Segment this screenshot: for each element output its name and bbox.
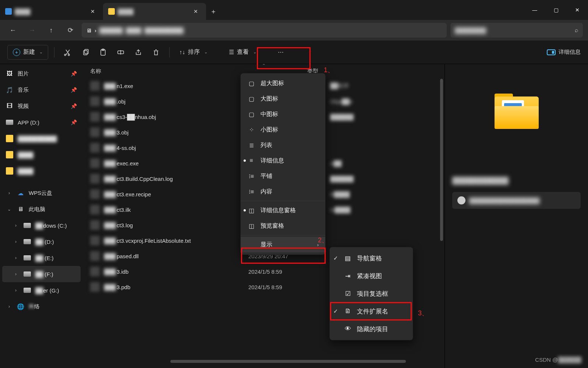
tab-1[interactable]: ████ ✕ xyxy=(0,3,103,20)
file-name-prefix: ███ xyxy=(104,269,116,275)
sidebar-item[interactable]: ████ xyxy=(2,163,81,179)
vertical-scrollbar[interactable] xyxy=(439,79,444,285)
file-name-prefix: ███ xyxy=(104,284,116,290)
search-box[interactable]: ████████ ⌕ xyxy=(450,23,583,38)
tab-2[interactable]: ████ ✕ xyxy=(103,3,206,20)
new-tab-button[interactable]: ＋ xyxy=(206,3,221,20)
menu-item[interactable]: ⁝≡ 平铺 xyxy=(241,168,325,184)
view-mode-icon: ⁝≡ xyxy=(247,188,255,195)
file-type: A██ xyxy=(330,160,378,167)
menu-item-show[interactable]: 显示 › xyxy=(241,237,325,252)
menu-item[interactable]: ⁘ 小图标 xyxy=(241,122,325,137)
view-mode-icon: ▢ xyxy=(247,111,255,118)
pane-icon: ◫ xyxy=(247,222,255,229)
view-button[interactable]: ☰ 查看 ⌄ xyxy=(225,45,260,60)
sidebar-item-music[interactable]: 🎵音乐📌 xyxy=(2,82,81,98)
pin-icon: 📌 xyxy=(71,103,77,109)
submenu-item[interactable]: 👁 隐藏的项目 xyxy=(330,320,413,338)
menu-label: 大图标 xyxy=(261,95,278,103)
maximize-button[interactable]: ▢ xyxy=(545,0,567,20)
chevron-down-icon: ⌄ xyxy=(39,50,43,55)
chevron-right-icon: › xyxy=(13,223,19,228)
collapse-icon[interactable]: ⌃ xyxy=(83,64,444,68)
tab-close-button[interactable]: ✕ xyxy=(191,6,201,17)
menu-item[interactable]: ▢ 大图标 xyxy=(241,91,325,106)
search-icon[interactable]: ⌕ xyxy=(575,27,578,34)
paste-button[interactable] xyxy=(96,45,110,60)
sidebar-item-wps-cloud[interactable]: ›☁WPS云盘 xyxy=(2,185,81,201)
rename-icon xyxy=(117,49,124,56)
sidebar-item-app-d[interactable]: APP (D:)📌 xyxy=(2,114,81,130)
sidebar-item[interactable]: ██████████ xyxy=(2,130,81,147)
file-name-prefix: ███ xyxy=(104,222,116,228)
menu-item[interactable]: ⁝≡ 内容 xyxy=(241,184,325,199)
folder-icon xyxy=(108,8,115,15)
delete-button[interactable] xyxy=(149,45,163,60)
sidebar-item-drive-f[interactable]: ›██ (F:) xyxy=(2,266,81,282)
menu-item[interactable]: ◫ 预览窗格 xyxy=(241,218,325,234)
chevron-down-icon: ⌄ xyxy=(204,50,208,55)
sidebar-item-drive-c[interactable]: ›██dows (C:) xyxy=(2,217,81,234)
sidebar-item-this-pc[interactable]: ⌄🖥此电脑 xyxy=(2,201,81,217)
sort-button[interactable]: ↑↓ 排序 ⌄ xyxy=(176,45,211,60)
drive-icon xyxy=(24,287,31,294)
sidebar-item-pictures[interactable]: 🖼图片📌 xyxy=(2,66,81,82)
minimize-button[interactable]: — xyxy=(524,0,545,20)
view-mode-icon: ▢ xyxy=(247,95,255,102)
option-icon: 🗎 xyxy=(344,308,352,315)
cut-button[interactable] xyxy=(60,45,75,60)
menu-item[interactable]: ▢ 中图标 xyxy=(241,106,325,122)
submenu-item[interactable]: ⇥ 紧凑视图 xyxy=(330,267,413,285)
close-window-button[interactable]: ✕ xyxy=(567,0,588,20)
tab-label: ████ xyxy=(118,8,188,15)
toolbar: + 新建 ⌄ ↑↓ 排序 ⌄ ☰ 查看 ⌄ ⋯ 详细信息 xyxy=(0,41,588,64)
breadcrumb-segment[interactable]: ██████████ xyxy=(144,27,183,34)
drive-icon xyxy=(24,222,31,229)
pin-icon: 📌 xyxy=(71,87,77,93)
drive-icon xyxy=(24,238,31,245)
details-toggle[interactable]: 详细信息 xyxy=(547,49,581,56)
more-button[interactable]: ⋯ xyxy=(274,45,287,60)
preview-property-row[interactable]: ██████████████████ xyxy=(452,192,581,209)
sidebar-item[interactable]: ████ xyxy=(2,147,81,163)
chevron-right-icon: › xyxy=(13,239,19,244)
submenu-item[interactable]: ✓🗎 文件扩展名 xyxy=(330,302,413,320)
file-name-suffix: pased.dll xyxy=(117,253,139,259)
menu-item[interactable]: ≣ 列表 xyxy=(241,137,325,153)
menu-item[interactable]: ◫ 详细信息窗格 xyxy=(241,203,325,218)
file-name-prefix: ███ xyxy=(104,238,116,244)
sidebar-item-drive-e[interactable]: ›██ (E:) xyxy=(2,250,81,266)
breadcrumb-segment[interactable]: ██████ xyxy=(99,27,123,34)
tab-close-button[interactable]: ✕ xyxy=(88,6,98,17)
sidebar-item-drive-g[interactable]: ›██er (G:) xyxy=(2,282,81,298)
new-button[interactable]: + 新建 ⌄ xyxy=(7,45,48,60)
details-pane: ████████████ ██████████████████ xyxy=(444,64,588,368)
menu-item[interactable]: ≡ 详细信息 xyxy=(241,153,325,168)
column-name[interactable]: 名称 xyxy=(90,68,230,75)
paste-icon xyxy=(99,49,107,56)
rename-button[interactable] xyxy=(113,45,128,60)
file-type: In████ xyxy=(330,207,378,213)
file-name-suffix: 3.idb xyxy=(117,269,129,275)
view-mode-icon: ⁘ xyxy=(247,126,255,133)
delete-icon xyxy=(152,49,160,56)
share-button[interactable] xyxy=(131,45,146,60)
horizontal-scrollbar[interactable] xyxy=(170,360,439,364)
submenu-item[interactable]: ☑ 项目复选框 xyxy=(330,285,413,302)
menu-item[interactable]: ▢ 超大图标 xyxy=(241,76,325,91)
file-type: ██████ xyxy=(330,114,378,120)
file-icon xyxy=(90,143,100,153)
refresh-button[interactable]: ⟳ xyxy=(63,23,78,38)
back-button[interactable]: ← xyxy=(5,23,21,38)
breadcrumb-segment[interactable]: ████ xyxy=(126,27,142,34)
submenu-item[interactable]: ✓▤ 导航窗格 xyxy=(330,249,413,267)
address-bar[interactable]: 🖥 › ██████ ████ ██████████ xyxy=(82,23,447,38)
sidebar-item-drive-d[interactable]: ›██ (D:) xyxy=(2,234,81,250)
copy-button[interactable] xyxy=(78,45,93,60)
file-icon xyxy=(90,97,100,106)
sidebar-item-videos[interactable]: 🎞视频📌 xyxy=(2,98,81,114)
up-button[interactable]: ↑ xyxy=(43,23,59,38)
forward-button[interactable]: → xyxy=(24,23,40,38)
menu-separator xyxy=(241,235,325,235)
sidebar-item-network[interactable]: ›🌐网络 xyxy=(2,298,81,315)
